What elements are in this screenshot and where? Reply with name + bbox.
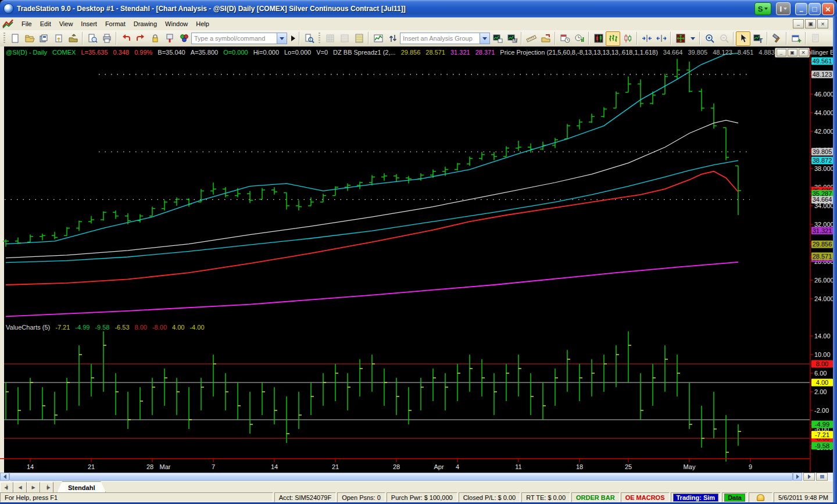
bar-style-button[interactable] [606, 31, 620, 46]
status-bar: For Help, press F1 Acct: SIM524079FOpen … [0, 492, 833, 502]
combo-dropdown-button[interactable] [480, 33, 490, 44]
symbol-lookup-button[interactable] [302, 31, 316, 46]
status-acct: Acct: SIM524079F [274, 492, 337, 502]
menu-items: FileEditViewInsertFormatDrawingWindowHel… [17, 20, 213, 27]
menu-window[interactable]: Window [161, 19, 192, 28]
scroll-right-button[interactable] [793, 473, 802, 481]
menu-edit[interactable]: Edit [36, 19, 55, 28]
new-window-button[interactable] [789, 31, 803, 46]
tab-stendahl[interactable]: Stendahl [57, 481, 106, 493]
chart-restore-button[interactable] [788, 49, 797, 56]
toolbar-separator [588, 32, 589, 45]
compress-bars-icon [642, 33, 652, 44]
toolbar-separator [805, 32, 806, 45]
quote-board-button[interactable] [352, 31, 366, 46]
lock-icon [150, 33, 160, 44]
scroll-left-button[interactable] [0, 473, 9, 481]
analysis-group-input[interactable]: Insert an Analysis Group [400, 33, 480, 44]
drawing-tools-button[interactable] [770, 31, 784, 46]
expand-bars-button[interactable] [654, 31, 668, 46]
object-palette-button[interactable] [177, 31, 191, 46]
scroll-lock-button[interactable] [816, 473, 828, 481]
pointer-tool-button[interactable] [736, 31, 750, 46]
print-preview-button[interactable] [85, 31, 99, 46]
symbol-input[interactable]: Type a symbol/command [191, 33, 277, 44]
toolbar-separator [555, 32, 556, 45]
data-matrix-disabled-icon [325, 33, 335, 44]
chart-canvas[interactable]: 142128Mar7142128Apr4111825May946.00044.0… [0, 47, 833, 473]
horizontal-scrollbar[interactable] [0, 473, 833, 481]
menu-help[interactable]: Help [192, 19, 213, 28]
mdi-minimize-button[interactable] [793, 19, 804, 28]
workspace-stack-icon [39, 33, 49, 44]
hot-list-button[interactable] [371, 31, 385, 46]
sort-updown-button[interactable] [385, 31, 400, 46]
fit-chart-button[interactable] [673, 31, 688, 46]
bell-icon[interactable] [757, 494, 764, 501]
text-drawing-tool-button[interactable]: T [750, 31, 765, 46]
mdi-close-button[interactable] [817, 19, 828, 28]
remove-analysis-icon [541, 33, 551, 44]
sim-mode-button[interactable]: S [754, 2, 772, 15]
remove-analysis-button[interactable] [538, 31, 553, 46]
minimize-button[interactable] [795, 3, 807, 15]
candlestick-style-button[interactable] [591, 31, 606, 46]
new-document-button[interactable] [8, 31, 22, 46]
new-document-icon [10, 33, 20, 44]
lock-button[interactable] [148, 31, 162, 46]
first-workspace-button[interactable] [0, 482, 13, 493]
chart-close-button[interactable] [799, 49, 809, 56]
status-trading[interactable]: Trading: Sim [671, 492, 721, 502]
svg-text:49.561: 49.561 [813, 58, 832, 65]
scrollbar-thumb[interactable] [9, 473, 793, 481]
save-workspace-button[interactable] [51, 31, 66, 46]
combo-dropdown-button[interactable] [277, 33, 287, 44]
title-bar[interactable]: TradeStation 9.0 - Desktop #1 - Stendahl… [0, 0, 837, 17]
svg-text:8.00: 8.00 [816, 360, 828, 367]
undo-arrow-button[interactable] [119, 31, 133, 46]
toolbar-separator [733, 32, 734, 45]
open-window-button[interactable] [66, 31, 80, 46]
help-text: For Help, press F1 [0, 492, 273, 502]
menu-drawing[interactable]: Drawing [130, 19, 161, 28]
next-workspace-button[interactable] [27, 482, 40, 493]
time-sales-button[interactable] [572, 31, 586, 46]
menu-format[interactable]: Format [101, 19, 130, 28]
svg-text:24.000: 24.000 [814, 295, 833, 302]
data-matrix-disabled-button [323, 31, 337, 46]
redo-arrow-button[interactable] [133, 31, 148, 46]
open-workspace-button[interactable] [22, 31, 37, 46]
workspace-stack-button[interactable] [37, 31, 51, 46]
chart-minimize-button[interactable] [777, 49, 786, 56]
last-workspace-button[interactable] [40, 482, 53, 493]
indicator-mode-button[interactable]: I [776, 2, 791, 15]
mdi-restore-button[interactable] [805, 19, 816, 28]
print-preview-icon [87, 33, 98, 44]
session-calendar-button[interactable] [557, 31, 572, 46]
open-candle-style-button[interactable] [620, 31, 635, 46]
text-drawing-tool-icon: T [753, 33, 763, 44]
print-button[interactable] [99, 31, 114, 46]
fit-chart-dropdown[interactable] [688, 33, 698, 44]
previous-workspace-button[interactable] [13, 482, 27, 493]
svg-text:29.856: 29.856 [813, 241, 832, 248]
close-button[interactable] [822, 3, 834, 15]
zoom-out-disabled-button [717, 31, 731, 46]
svg-text:18: 18 [576, 463, 583, 470]
zoom-in-button[interactable] [702, 31, 717, 46]
format-painter-button[interactable] [162, 31, 177, 46]
apply-strategy-button[interactable]: M [505, 31, 519, 46]
compress-bars-button[interactable] [639, 31, 654, 46]
menu-file[interactable]: File [17, 19, 36, 28]
apply-indicator-button[interactable] [490, 31, 505, 46]
mdi-edge-strip [0, 47, 4, 473]
tradestation-chart-icon [2, 19, 14, 28]
go-button[interactable] [289, 33, 297, 44]
status-data[interactable]: Data [722, 492, 747, 502]
menu-insert[interactable]: Insert [77, 19, 101, 28]
menu-view[interactable]: View [55, 19, 77, 28]
format-analysis-button[interactable] [524, 31, 538, 46]
toolbar-grip [319, 33, 320, 44]
bar-forward-button[interactable] [803, 473, 815, 481]
maximize-button[interactable] [809, 3, 821, 15]
